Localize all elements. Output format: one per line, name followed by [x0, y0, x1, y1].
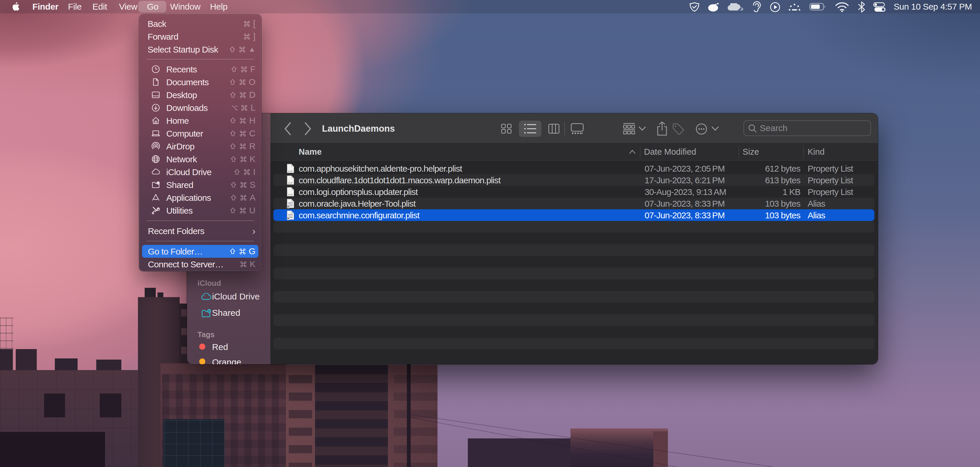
svg-text:PLIST: PLIST — [288, 194, 293, 196]
svg-text:PLIST: PLIST — [288, 182, 293, 184]
svg-text:PLIST: PLIST — [288, 171, 293, 172]
